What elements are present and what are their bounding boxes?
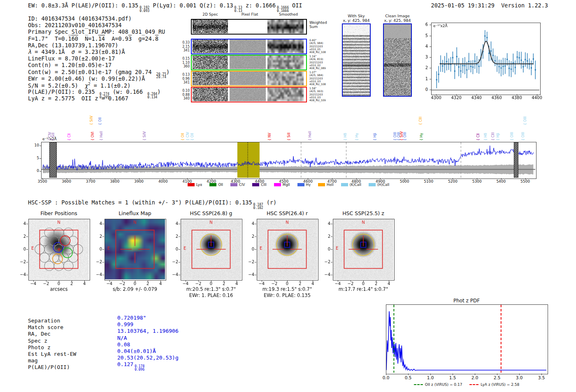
info-line: Primary Spec_Slot_IFU_AMP: 408_031_049_R…	[28, 28, 170, 35]
tick-mark	[39, 146, 41, 146]
photz-x-tick-label: 3.0	[516, 375, 523, 380]
tick-mark	[475, 373, 475, 375]
tick-mark	[211, 178, 212, 180]
tick-mark	[39, 158, 41, 159]
match-row-value: 0.720198"	[117, 315, 179, 321]
cutout-y-tick-label: 4	[19, 221, 26, 226]
legend-swatch	[297, 183, 304, 187]
tick-mark	[179, 275, 180, 275]
tick-mark	[497, 94, 497, 96]
cutout-y-tick-label: 0	[171, 247, 178, 251]
cutout-title: HSC SSP(25.5) z	[342, 210, 384, 216]
tick-mark	[351, 280, 351, 282]
cutout-image-canvas	[193, 72, 228, 85]
cutout-y-tick-label: 0	[19, 247, 26, 251]
tick-mark	[26, 275, 28, 275]
match-row-value: 0.08	[117, 341, 179, 348]
spec2d-row-left-labels: 0.332.15341	[180, 41, 190, 53]
tick-mark	[274, 280, 275, 282]
cutout-x-tick-label: 0	[286, 281, 288, 286]
uncertainty-range: 0.2040.134	[147, 93, 157, 99]
tick-mark	[109, 280, 110, 282]
linefit-x-tick-label: 4340	[471, 95, 481, 100]
tick-mark	[456, 94, 457, 96]
cutout-x-tick-label: −4	[106, 281, 112, 286]
uncertainty-range: 0.1920.093	[139, 6, 149, 12]
linefit-y-tick-label: 2	[420, 65, 428, 70]
ccd-panel-title: With Sky	[348, 14, 365, 18]
tick-mark	[430, 57, 431, 58]
cutout-x-tick-label: 2	[375, 281, 377, 286]
legend-swatch	[230, 183, 237, 187]
cutout-y-tick-label: 0	[247, 247, 254, 251]
compass-north-label: N	[209, 220, 212, 225]
cutout-y-tick-label: −2	[323, 260, 330, 264]
tick-mark	[331, 237, 332, 237]
cutout-y-tick-label: 0	[95, 247, 102, 251]
cutout-y-tick-label: 2	[19, 234, 26, 239]
tick-mark	[260, 178, 260, 180]
tick-mark	[300, 280, 300, 282]
legend-item: MgII	[274, 183, 290, 187]
tick-mark	[163, 178, 163, 180]
spectrum-y-tick-label: 10	[30, 143, 39, 147]
tick-mark	[148, 280, 148, 282]
match-row-label: Est LyA rest-EW	[28, 351, 76, 357]
legend-item: (H)CaII	[369, 183, 389, 187]
cutout-image-canvas	[267, 20, 304, 33]
ccd-panel-coords: x, y: 425, 984	[384, 18, 411, 23]
legend-swatch	[209, 183, 216, 187]
cutout-x-tick-label: 4	[159, 281, 162, 286]
cutout-y-tick-label: 2	[323, 234, 330, 239]
ccd-image-canvas	[343, 24, 370, 96]
tick-mark	[102, 237, 104, 237]
tick-mark	[139, 178, 139, 180]
cutout-x-tick-label: −4	[182, 281, 188, 286]
tick-mark	[497, 373, 497, 375]
tick-mark	[102, 262, 104, 262]
cutout-y-tick-label: −4	[19, 272, 26, 277]
ccd-image-frame	[383, 23, 412, 97]
spectrum-legend: LyαOIICIVCIIIMgIIHγHeII(K)CaII(H)CaII	[41, 183, 536, 187]
tick-mark	[255, 275, 256, 275]
tick-mark	[386, 373, 386, 375]
spectrum-plot-canvas	[42, 142, 535, 178]
match-row-value: 0.1270.1780.096	[117, 361, 179, 371]
spec2d-row	[191, 71, 307, 86]
tick-mark	[430, 68, 431, 68]
compass-north-label: N	[57, 220, 60, 225]
uncertainty-range: 20.7520.74	[156, 73, 166, 79]
report-timestamp: 2025-01-05 19:31:29	[431, 2, 495, 9]
tick-mark	[39, 171, 41, 172]
cutout-x-tick-label: −2	[195, 281, 202, 286]
uncertainty-range: 0.1780.096	[135, 365, 144, 371]
tick-mark	[72, 280, 72, 282]
linefit-y-tick-label: 5	[420, 33, 428, 38]
info-line: P(LAE)/P(OII): 0.235 0.2740.205 (w: 0.16…	[28, 88, 170, 95]
tick-mark	[262, 280, 262, 282]
cutout-x-tick-label: 0	[362, 281, 365, 286]
cutout-x-tick-label: −2	[272, 281, 278, 286]
compass-east-label: E	[260, 246, 262, 251]
linefit-x-tick-label: 4300	[431, 95, 441, 100]
cutout-caption-1: s/b: 2.09 +/- 0.079	[113, 286, 157, 292]
match-row-label: Spec z	[28, 338, 76, 344]
compass-east-label: E	[336, 246, 338, 251]
match-row-label: mag	[28, 357, 76, 364]
tick-mark	[308, 178, 308, 180]
cutout-image-canvas	[230, 56, 266, 69]
tick-mark	[102, 249, 104, 250]
cutout-image-canvas	[193, 88, 228, 101]
cutout-x-tick-label: 2	[70, 281, 73, 286]
photz-x-tick-label: 2.0	[471, 375, 478, 380]
tick-mark	[356, 178, 357, 180]
cutout-image-canvas	[193, 20, 228, 33]
tick-mark	[102, 224, 104, 224]
cutout-x-tick-label: −4	[334, 281, 341, 286]
cutout-canvas	[333, 219, 393, 279]
cutout-frame	[257, 219, 318, 281]
tick-mark	[331, 275, 332, 275]
cutout-title: Fiber Positions	[40, 210, 77, 216]
cutout-y-tick-label: −2	[171, 260, 178, 264]
info-line: S/N = 5.2(±0.5) χ2 = 1.1(±0.2)	[28, 82, 170, 88]
